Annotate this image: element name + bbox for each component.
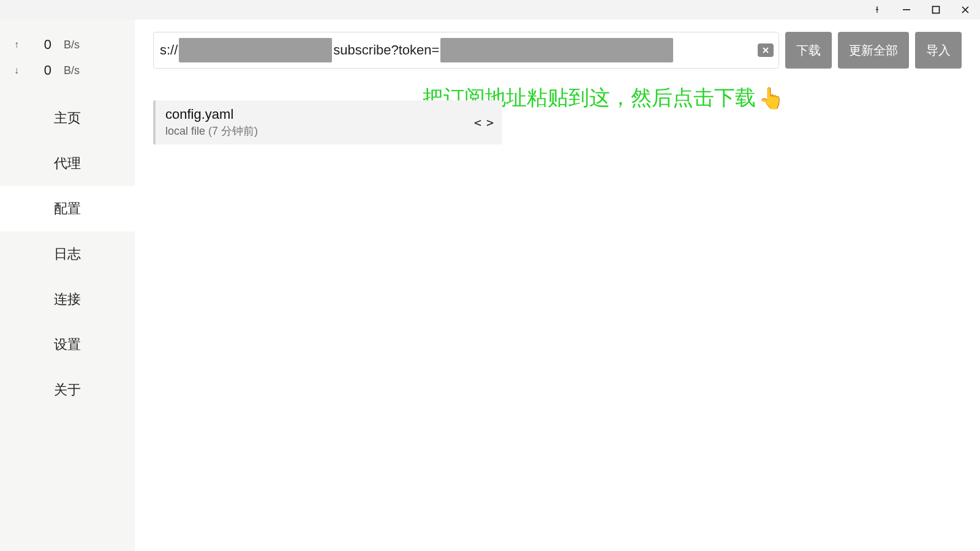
url-redacted-2 <box>440 38 673 62</box>
upload-unit: B/s <box>64 39 80 51</box>
close-icon <box>961 6 970 14</box>
download-unit: B/s <box>64 64 80 77</box>
profile-card[interactable]: config.yaml local file (7 分钟前) < > <box>153 100 502 144</box>
clear-icon <box>762 47 769 54</box>
app-body: ↑ 0 B/s ↓ 0 B/s 主页 代理 配置 日志 连接 设置 关于 s:/… <box>0 20 980 551</box>
import-button[interactable]: 导入 <box>915 32 962 69</box>
pin-icon <box>873 6 881 14</box>
nav-item-connections[interactable]: 连接 <box>0 277 135 322</box>
upload-value: 0 <box>33 37 51 53</box>
svg-rect-1 <box>933 7 940 13</box>
maximize-button[interactable] <box>921 0 951 20</box>
minimize-button[interactable] <box>892 0 921 20</box>
url-row: s:// subscribe?token= 下载 更新全部 导入 <box>153 32 962 69</box>
nav-item-about[interactable]: 关于 <box>0 367 135 413</box>
profile-name: config.yaml <box>165 107 258 122</box>
nav-item-proxies[interactable]: 代理 <box>0 141 135 186</box>
update-all-button[interactable]: 更新全部 <box>838 32 909 69</box>
sidebar: ↑ 0 B/s ↓ 0 B/s 主页 代理 配置 日志 连接 设置 关于 <box>0 20 135 551</box>
profile-time: (7 分钟前) <box>208 125 258 137</box>
profile-source: local file <box>165 125 205 137</box>
traffic-panel: ↑ 0 B/s ↓ 0 B/s <box>0 26 135 96</box>
url-redacted-1 <box>179 38 332 62</box>
download-value: 0 <box>33 62 51 78</box>
profile-subtitle: local file (7 分钟前) <box>165 124 258 138</box>
close-button[interactable] <box>951 0 980 20</box>
nav-item-settings[interactable]: 设置 <box>0 322 135 367</box>
clear-url-button[interactable] <box>758 43 774 57</box>
arrow-down-icon: ↓ <box>12 65 21 76</box>
download-button[interactable]: 下载 <box>785 32 832 69</box>
point-up-icon: 👆 <box>758 86 784 110</box>
traffic-download-row: ↓ 0 B/s <box>12 58 123 83</box>
svg-rect-0 <box>903 9 910 10</box>
nav-item-logs[interactable]: 日志 <box>0 231 135 277</box>
pin-button[interactable] <box>862 0 892 20</box>
main-panel: s:// subscribe?token= 下载 更新全部 导入 把订阅地址粘贴… <box>135 20 980 551</box>
window-titlebar <box>0 0 980 20</box>
traffic-upload-row: ↑ 0 B/s <box>12 32 123 58</box>
maximize-icon <box>932 6 940 14</box>
nav-item-home[interactable]: 主页 <box>0 96 135 141</box>
nav-item-profiles[interactable]: 配置 <box>0 186 135 231</box>
code-icon[interactable]: < > <box>474 115 492 130</box>
subscription-url-input[interactable]: s:// subscribe?token= <box>153 32 779 69</box>
minimize-icon <box>902 6 911 14</box>
profile-info: config.yaml local file (7 分钟前) <box>165 107 258 138</box>
arrow-up-icon: ↑ <box>12 39 21 50</box>
nav-list: 主页 代理 配置 日志 连接 设置 关于 <box>0 96 135 413</box>
url-mid: subscribe?token= <box>333 42 439 58</box>
url-prefix: s:// <box>160 42 178 58</box>
